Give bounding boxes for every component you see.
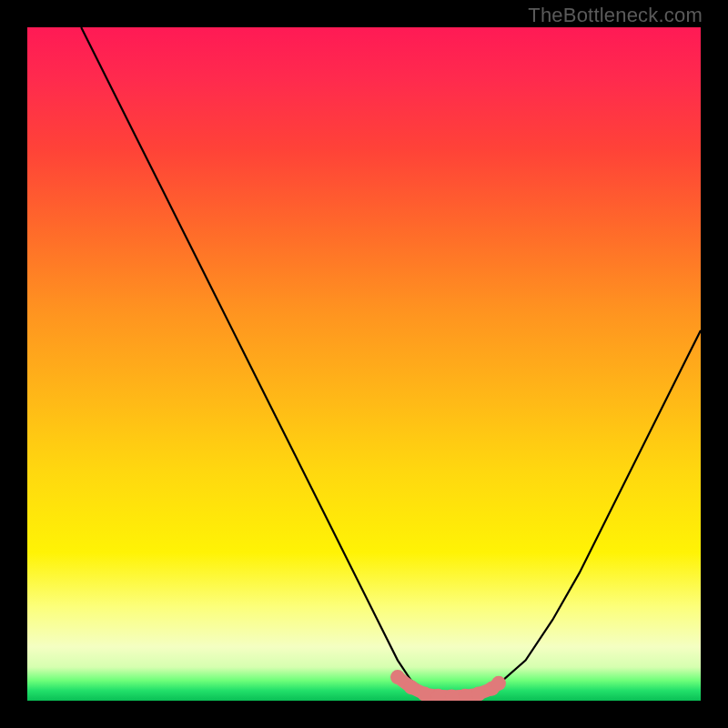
chart-frame: TheBottleneck.com xyxy=(0,0,728,728)
watermark-text: TheBottleneck.com xyxy=(528,4,703,27)
highlight-dot xyxy=(491,676,506,691)
curve-layer xyxy=(27,27,701,701)
plot-area xyxy=(27,27,701,701)
bottleneck-curve xyxy=(81,27,701,697)
